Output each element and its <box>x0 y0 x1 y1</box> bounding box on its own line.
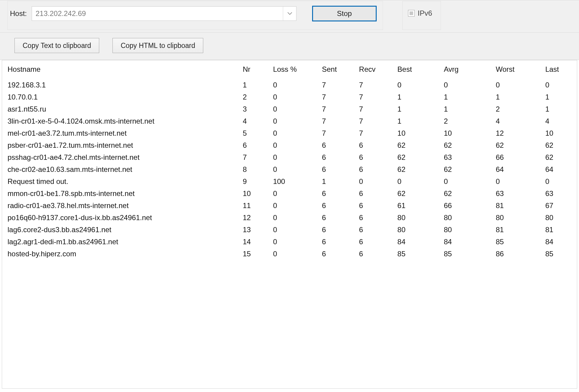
cell-nr: 3 <box>240 103 271 115</box>
table-row[interactable]: po16q60-h9137.core1-dus-ix.bb.as24961.ne… <box>2 212 577 224</box>
cell-loss: 0 <box>271 103 319 115</box>
host-group: Host: 213.202.242.69 Stop <box>7 1 383 30</box>
cell-hostname: Request timed out. <box>2 175 240 188</box>
table-row[interactable]: 10.70.0.120771111 <box>2 91 577 103</box>
cell-worst: 0 <box>493 79 543 91</box>
cell-sent: 6 <box>320 200 357 212</box>
col-worst[interactable]: Worst <box>493 60 543 79</box>
cell-best: 80 <box>395 224 441 236</box>
table-row[interactable]: 3lin-cr01-xe-5-0-4.1024.omsk.mts-interne… <box>2 115 577 127</box>
cell-loss: 100 <box>271 175 319 188</box>
cell-best: 0 <box>395 79 441 91</box>
cell-hostname: mel-cr01-ae3.72.tum.mts-internet.net <box>2 127 240 139</box>
cell-last: 85 <box>543 248 577 260</box>
cell-sent: 1 <box>320 175 357 188</box>
cell-best: 1 <box>395 103 441 115</box>
table-row[interactable]: 192.168.3.110770000 <box>2 79 577 91</box>
cell-recv: 7 <box>357 91 395 103</box>
table-row[interactable]: lag2.agr1-dedi-m1.bb.as24961.net14066848… <box>2 236 577 248</box>
table-row[interactable]: hosted-by.hiperz.com1506685858685 <box>2 248 577 260</box>
stop-button[interactable]: Stop <box>312 6 377 21</box>
copy-html-button[interactable]: Copy HTML to clipboard <box>112 38 203 53</box>
table-row[interactable]: psshag-cr01-ae4.72.chel.mts-internet.net… <box>2 151 577 163</box>
results-table-container: Hostname Nr Loss % Sent Recv Best Avrg W… <box>2 60 577 389</box>
cell-worst: 66 <box>493 151 543 163</box>
cell-loss: 0 <box>271 115 319 127</box>
col-last[interactable]: Last <box>543 60 577 79</box>
cell-recv: 7 <box>357 103 395 115</box>
table-row[interactable]: che-cr02-ae10.63.sam.mts-internet.net806… <box>2 163 577 175</box>
cell-loss: 0 <box>271 79 319 91</box>
ipv6-checkbox[interactable] <box>408 10 415 17</box>
cell-sent: 7 <box>320 91 357 103</box>
cell-sent: 7 <box>320 79 357 91</box>
cell-sent: 6 <box>320 224 357 236</box>
cell-avrg: 1 <box>441 91 493 103</box>
cell-best: 85 <box>395 248 441 260</box>
col-hostname[interactable]: Hostname <box>2 60 240 79</box>
cell-last: 81 <box>543 224 577 236</box>
cell-nr: 1 <box>240 79 271 91</box>
col-loss[interactable]: Loss % <box>271 60 319 79</box>
cell-hostname: 3lin-cr01-xe-5-0-4.1024.omsk.mts-interne… <box>2 115 240 127</box>
table-row[interactable]: radio-cr01-ae3.78.hel.mts-internet.net11… <box>2 200 577 212</box>
col-best[interactable]: Best <box>395 60 441 79</box>
cell-hostname: po16q60-h9137.core1-dus-ix.bb.as24961.ne… <box>2 212 240 224</box>
host-combobox[interactable]: 213.202.242.69 <box>32 6 296 21</box>
cell-loss: 0 <box>271 151 319 163</box>
cell-recv: 7 <box>357 115 395 127</box>
table-row[interactable]: psber-cr01-ae1.72.tum.mts-internet.net60… <box>2 139 577 151</box>
table-row[interactable]: asr1.nt55.ru30771121 <box>2 103 577 115</box>
cell-avrg: 62 <box>441 188 493 200</box>
cell-nr: 12 <box>240 212 271 224</box>
cell-loss: 0 <box>271 200 319 212</box>
cell-last: 0 <box>543 79 577 91</box>
table-row[interactable]: mmon-cr01-be1.78.spb.mts-internet.net100… <box>2 188 577 200</box>
cell-recv: 7 <box>357 127 395 139</box>
cell-sent: 6 <box>320 248 357 260</box>
col-avrg[interactable]: Avrg <box>441 60 493 79</box>
host-label: Host: <box>10 9 27 18</box>
ipv6-group: IPv6 <box>402 1 441 30</box>
traceroute-table: Hostname Nr Loss % Sent Recv Best Avrg W… <box>2 60 577 260</box>
table-row[interactable]: lag6.core2-dus3.bb.as24961.net1306680808… <box>2 224 577 236</box>
cell-sent: 7 <box>320 127 357 139</box>
cell-last: 10 <box>543 127 577 139</box>
copy-text-button[interactable]: Copy Text to clipboard <box>14 38 99 53</box>
cell-hostname: che-cr02-ae10.63.sam.mts-internet.net <box>2 163 240 175</box>
cell-sent: 6 <box>320 163 357 175</box>
cell-worst: 85 <box>493 236 543 248</box>
cell-nr: 14 <box>240 236 271 248</box>
cell-nr: 8 <box>240 163 271 175</box>
cell-loss: 0 <box>271 248 319 260</box>
cell-recv: 6 <box>357 224 395 236</box>
cell-recv: 6 <box>357 163 395 175</box>
cell-nr: 5 <box>240 127 271 139</box>
cell-nr: 13 <box>240 224 271 236</box>
cell-recv: 0 <box>357 175 395 188</box>
cell-nr: 4 <box>240 115 271 127</box>
cell-worst: 81 <box>493 200 543 212</box>
cell-best: 62 <box>395 188 441 200</box>
col-recv[interactable]: Recv <box>357 60 395 79</box>
cell-worst: 81 <box>493 224 543 236</box>
cell-nr: 9 <box>240 175 271 188</box>
table-row[interactable]: Request timed out.9100100000 <box>2 175 577 188</box>
cell-hostname: lag2.agr1-dedi-m1.bb.as24961.net <box>2 236 240 248</box>
cell-avrg: 1 <box>441 103 493 115</box>
col-sent[interactable]: Sent <box>320 60 357 79</box>
cell-avrg: 10 <box>441 127 493 139</box>
cell-best: 62 <box>395 139 441 151</box>
cell-best: 80 <box>395 212 441 224</box>
cell-hostname: lag6.core2-dus3.bb.as24961.net <box>2 224 240 236</box>
chevron-down-icon[interactable] <box>283 7 296 21</box>
cell-recv: 6 <box>357 200 395 212</box>
cell-last: 64 <box>543 163 577 175</box>
cell-nr: 7 <box>240 151 271 163</box>
cell-avrg: 62 <box>441 163 493 175</box>
table-row[interactable]: mel-cr01-ae3.72.tum.mts-internet.net5077… <box>2 127 577 139</box>
col-nr[interactable]: Nr <box>240 60 271 79</box>
top-panel: Host: 213.202.242.69 Stop IPv6 <box>0 0 579 33</box>
cell-last: 0 <box>543 175 577 188</box>
table-header-row: Hostname Nr Loss % Sent Recv Best Avrg W… <box>2 60 577 79</box>
